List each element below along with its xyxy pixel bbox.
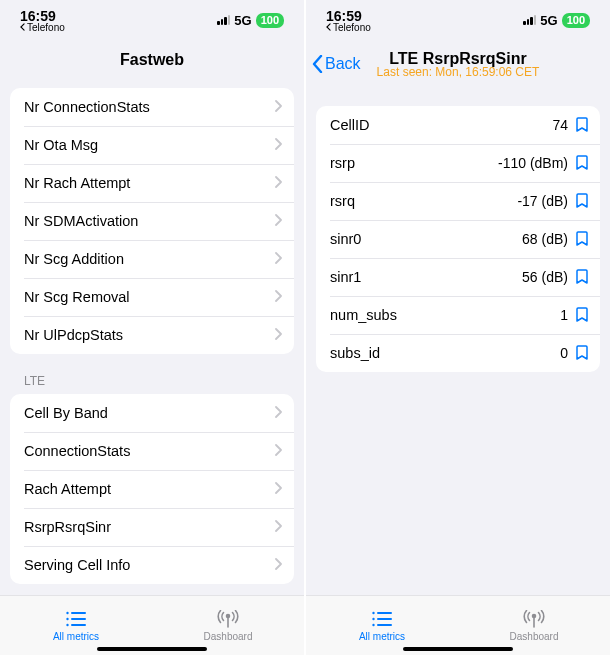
bookmark-icon[interactable] (576, 345, 588, 361)
metric-value: 74 (552, 117, 568, 133)
list-item[interactable]: Nr Rach Attempt (10, 164, 294, 202)
page-subtitle: Last seen: Mon, 16:59:06 CET (377, 65, 540, 79)
list-item-label: Serving Cell Info (24, 557, 130, 573)
chevron-left-icon (312, 55, 323, 73)
phone-right: 16:59 Telefono 5G 100 Back LTE RsrpRsrqS… (306, 0, 610, 655)
list-item-label: Nr Scg Removal (24, 289, 130, 305)
metric-row: sinr156 (dB) (316, 258, 600, 296)
metric-key: sinr1 (330, 269, 361, 285)
svg-point-5 (66, 624, 68, 626)
list-item-label: Nr ConnectionStats (24, 99, 150, 115)
metric-key: rsrp (330, 155, 355, 171)
bookmark-icon[interactable] (576, 231, 588, 247)
list-item-label: Cell By Band (24, 405, 108, 421)
network-label: 5G (540, 13, 557, 28)
chevron-right-icon (275, 327, 282, 343)
svg-point-13 (533, 615, 536, 618)
chevron-right-icon (275, 99, 282, 115)
phone-left: 16:59 Telefono 5G 100 Fastweb Nr Connect… (0, 0, 304, 655)
network-label: 5G (234, 13, 251, 28)
metric-row: subs_id0 (316, 334, 600, 372)
group-lte: Cell By BandConnectionStatsRach AttemptR… (10, 394, 294, 584)
metric-key: subs_id (330, 345, 380, 361)
home-indicator[interactable] (403, 647, 513, 651)
bookmark-icon[interactable] (576, 155, 588, 171)
status-bar: 16:59 Telefono 5G 100 (306, 0, 610, 40)
back-button[interactable]: Back (312, 55, 361, 73)
list-item[interactable]: Nr SDMActivation (10, 202, 294, 240)
chevron-right-icon (275, 443, 282, 459)
list-item-label: Rach Attempt (24, 481, 111, 497)
status-back-app[interactable]: Telefono (20, 22, 65, 33)
list-icon (370, 609, 394, 629)
metric-row: num_subs1 (316, 296, 600, 334)
chevron-right-icon (275, 137, 282, 153)
status-bar: 16:59 Telefono 5G 100 (0, 0, 304, 40)
chevron-right-icon (275, 175, 282, 191)
list-item[interactable]: Rach Attempt (10, 470, 294, 508)
metric-row: CellID74 (316, 106, 600, 144)
metric-row: rsrp-110 (dBm) (316, 144, 600, 182)
content-scroll[interactable]: Nr ConnectionStatsNr Ota MsgNr Rach Atte… (0, 80, 304, 595)
bookmark-icon[interactable] (576, 307, 588, 323)
list-item-label: Nr Ota Msg (24, 137, 98, 153)
tab-label: All metrics (53, 631, 99, 642)
list-item-label: Nr SDMActivation (24, 213, 138, 229)
metric-row: sinr068 (dB) (316, 220, 600, 258)
list-item-label: Nr Rach Attempt (24, 175, 130, 191)
list-item[interactable]: Nr UlPdcpStats (10, 316, 294, 354)
group-metrics: CellID74rsrp-110 (dBm)rsrq-17 (dB)sinr06… (316, 106, 600, 372)
list-item[interactable]: Serving Cell Info (10, 546, 294, 584)
metric-value: -110 (dBm) (498, 155, 568, 171)
status-back-app[interactable]: Telefono (326, 22, 371, 33)
signal-icon (523, 15, 536, 25)
svg-point-11 (372, 618, 374, 620)
metric-value: 0 (560, 345, 568, 361)
svg-point-6 (227, 615, 230, 618)
list-item[interactable]: Nr Scg Addition (10, 240, 294, 278)
svg-point-3 (66, 612, 68, 614)
svg-point-4 (66, 618, 68, 620)
list-item[interactable]: Cell By Band (10, 394, 294, 432)
list-icon (64, 609, 88, 629)
svg-point-12 (372, 624, 374, 626)
home-indicator[interactable] (97, 647, 207, 651)
nav-header: Fastweb (0, 40, 304, 80)
list-item-label: Nr UlPdcpStats (24, 327, 123, 343)
nav-header: Back LTE RsrpRsrqSinr Last seen: Mon, 16… (306, 40, 610, 88)
tab-bar: All metrics Dashboard (306, 595, 610, 655)
metric-value: 68 (dB) (522, 231, 568, 247)
bookmark-icon[interactable] (576, 193, 588, 209)
battery-icon: 100 (562, 13, 590, 28)
list-item[interactable]: Nr ConnectionStats (10, 88, 294, 126)
tab-bar: All metrics Dashboard (0, 595, 304, 655)
metric-key: CellID (330, 117, 369, 133)
list-item[interactable]: RsrpRsrqSinr (10, 508, 294, 546)
list-item[interactable]: Nr Scg Removal (10, 278, 294, 316)
list-item-label: RsrpRsrqSinr (24, 519, 111, 535)
group-nr: Nr ConnectionStatsNr Ota MsgNr Rach Atte… (10, 88, 294, 354)
chevron-right-icon (275, 289, 282, 305)
metric-value: 1 (560, 307, 568, 323)
battery-icon: 100 (256, 13, 284, 28)
chevron-right-icon (275, 557, 282, 573)
content-scroll[interactable]: CellID74rsrp-110 (dBm)rsrq-17 (dB)sinr06… (306, 88, 610, 595)
svg-point-10 (372, 612, 374, 614)
bookmark-icon[interactable] (576, 117, 588, 133)
list-item[interactable]: Nr Ota Msg (10, 126, 294, 164)
metric-value: -17 (dB) (517, 193, 568, 209)
antenna-icon (216, 609, 240, 629)
antenna-icon (522, 609, 546, 629)
list-item[interactable]: ConnectionStats (10, 432, 294, 470)
chevron-right-icon (275, 213, 282, 229)
chevron-right-icon (275, 405, 282, 421)
tab-label: Dashboard (204, 631, 253, 642)
section-label-lte: LTE (10, 374, 294, 394)
page-title: Fastweb (120, 51, 184, 69)
bookmark-icon[interactable] (576, 269, 588, 285)
metric-value: 56 (dB) (522, 269, 568, 285)
chevron-right-icon (275, 519, 282, 535)
metric-key: sinr0 (330, 231, 361, 247)
tab-label: Dashboard (510, 631, 559, 642)
chevron-right-icon (275, 251, 282, 267)
